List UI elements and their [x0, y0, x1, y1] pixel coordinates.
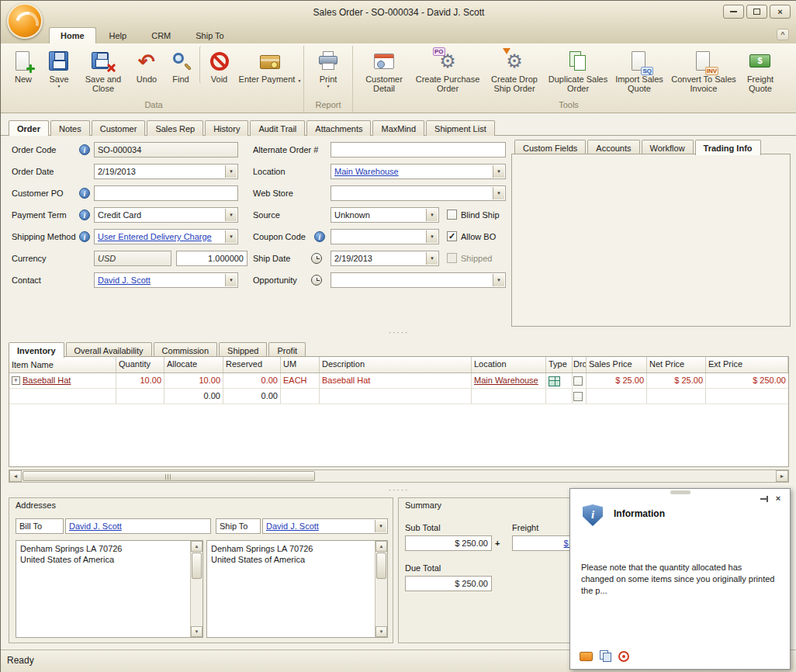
convert-to-sales-invoice-button[interactable]: INV Convert To Sales Invoice: [670, 46, 738, 93]
currency-rate-field[interactable]: 1.000000: [176, 251, 247, 266]
ribbon-tab-home[interactable]: Home: [49, 27, 96, 43]
print-button[interactable]: Print ▼: [306, 46, 351, 89]
ext-price-cell[interactable]: [706, 389, 788, 404]
find-button[interactable]: Find: [164, 46, 198, 84]
column-header-location[interactable]: Location: [472, 357, 546, 372]
bill-to-name-field[interactable]: David J. Scott: [65, 518, 211, 534]
expand-row-icon[interactable]: +: [12, 376, 20, 385]
location-cell[interactable]: Main Warehouse: [472, 373, 546, 388]
dropdown-button[interactable]: ▼: [426, 252, 438, 265]
scrollbar-thumb[interactable]: [192, 552, 202, 579]
dropdown-button[interactable]: ▼: [375, 520, 386, 532]
column-header-type[interactable]: Type: [546, 357, 573, 372]
enter-payment-button[interactable]: Enter Payment ▼: [238, 46, 302, 85]
column-header-drop[interactable]: Drop: [573, 357, 587, 372]
column-header-net-price[interactable]: Net Price: [647, 357, 706, 372]
column-header-um[interactable]: UM: [281, 357, 320, 372]
shipping-method-link[interactable]: User Entered Delivery Charge: [98, 232, 212, 241]
tab-commission[interactable]: Commission: [154, 342, 218, 358]
copy-icon[interactable]: [600, 650, 611, 662]
vertical-scrollbar[interactable]: ▲ ▼: [375, 541, 387, 637]
duplicate-sales-order-button[interactable]: Duplicate Sales Order: [547, 46, 609, 93]
scroll-down-button[interactable]: ▼: [376, 626, 387, 637]
item-name-cell[interactable]: [9, 389, 116, 404]
due-total-field[interactable]: $ 250.00: [405, 576, 492, 591]
column-header-item-name[interactable]: Item Name: [9, 357, 116, 372]
sales-price-cell[interactable]: [587, 389, 647, 404]
drop-ship-checkbox[interactable]: [573, 376, 583, 386]
customer-detail-button[interactable]: Customer Detail: [355, 46, 414, 93]
ribbon-tab-crm[interactable]: CRM: [140, 27, 182, 43]
alert-target-icon[interactable]: [618, 651, 629, 662]
tab-notes[interactable]: Notes: [50, 120, 90, 136]
scroll-up-button[interactable]: ▲: [191, 541, 202, 552]
net-price-cell[interactable]: [647, 389, 706, 404]
ribbon-tab-help[interactable]: Help: [98, 27, 139, 43]
comment-bubble-icon[interactable]: [580, 652, 593, 661]
allocate-cell[interactable]: 10.00: [164, 373, 223, 388]
dropdown-button[interactable]: ▼: [426, 230, 438, 243]
column-header-description[interactable]: Description: [320, 357, 472, 372]
bill-to-address-box[interactable]: Denham Springs LA 70726 United States of…: [16, 540, 203, 638]
type-cell[interactable]: [546, 373, 573, 388]
scrollbar-thumb[interactable]: [376, 552, 386, 579]
contact-field[interactable]: David J. Scott ▼: [94, 272, 238, 288]
tab-custom-fields[interactable]: Custom Fields: [514, 140, 586, 155]
scrollbar-thumb[interactable]: [22, 471, 315, 481]
dropdown-button[interactable]: ▼: [493, 187, 504, 199]
new-button[interactable]: New: [5, 46, 41, 84]
minimize-button[interactable]: [723, 5, 744, 19]
scroll-left-button[interactable]: ◄: [9, 470, 22, 482]
payment-term-field[interactable]: Credit Card ▼: [94, 207, 238, 223]
ship-date-field[interactable]: 2/19/2013 ▼: [331, 251, 439, 266]
void-button[interactable]: Void: [199, 46, 238, 84]
tab-maxmind[interactable]: MaxMind: [372, 120, 424, 136]
tab-order[interactable]: Order: [9, 120, 49, 136]
undo-button[interactable]: ↶ Undo: [130, 46, 164, 84]
sub-total-field[interactable]: $ 250.00: [405, 535, 492, 551]
column-header-reserved[interactable]: Reserved: [223, 357, 281, 372]
scroll-up-button[interactable]: ▲: [376, 541, 387, 552]
ext-price-cell[interactable]: $ 250.00: [706, 373, 788, 388]
close-icon[interactable]: ×: [773, 493, 784, 504]
alternate-order-field[interactable]: [331, 142, 506, 158]
tab-inventory[interactable]: Inventory: [9, 342, 64, 358]
column-header-allocate[interactable]: Allocate: [164, 357, 223, 372]
ship-to-name-field[interactable]: David J. Scott ▼: [262, 518, 388, 534]
tab-sales-rep[interactable]: Sales Rep: [147, 120, 203, 136]
tab-workflow[interactable]: Workflow: [642, 140, 694, 155]
drop-ship-checkbox[interactable]: [573, 392, 583, 401]
location-cell[interactable]: [472, 389, 546, 404]
tab-accounts[interactable]: Accounts: [587, 140, 639, 155]
maximize-button[interactable]: [746, 5, 767, 19]
dropdown-button[interactable]: ▼: [225, 230, 237, 243]
allocate-cell[interactable]: 0.00: [164, 389, 223, 404]
close-button[interactable]: ×: [770, 5, 791, 19]
opportunity-field[interactable]: ▼: [331, 272, 506, 288]
scroll-down-button[interactable]: ▼: [191, 626, 202, 637]
reserved-cell[interactable]: 0.00: [223, 389, 281, 404]
tab-trading-info[interactable]: Trading Info: [695, 140, 761, 155]
tab-overall-availability[interactable]: Overall Availability: [66, 342, 152, 358]
description-cell[interactable]: Baseball Hat: [320, 373, 472, 388]
create-drop-ship-order-button[interactable]: ⚙ Create Drop Ship Order: [482, 46, 547, 93]
drop-cell[interactable]: [573, 373, 587, 388]
drop-cell[interactable]: [573, 389, 587, 404]
schedule-clock-icon[interactable]: [311, 253, 322, 264]
column-header-sales-price[interactable]: Sales Price: [587, 357, 647, 372]
dropdown-button[interactable]: ▼: [493, 165, 504, 178]
net-price-cell[interactable]: $ 25.00: [647, 373, 706, 388]
dropdown-button[interactable]: ▼: [225, 209, 237, 221]
blind-ship-checkbox[interactable]: [447, 210, 457, 220]
tab-profit[interactable]: Profit: [268, 342, 306, 358]
save-button[interactable]: Save ▼: [41, 46, 77, 89]
import-sales-quote-button[interactable]: SQ Import Sales Quote: [609, 46, 670, 93]
scroll-right-button[interactable]: ►: [776, 470, 788, 482]
dropdown-button[interactable]: ▼: [426, 209, 438, 221]
type-cell[interactable]: [546, 389, 573, 404]
create-purchase-order-button[interactable]: ⚙PO Create Purchase Order: [414, 46, 482, 93]
column-header-ext-price[interactable]: Ext Price: [706, 357, 788, 372]
currency-code-field[interactable]: USD: [94, 251, 171, 266]
quantity-cell[interactable]: 10.00: [116, 373, 164, 388]
order-code-field[interactable]: SO-000034: [94, 142, 238, 158]
